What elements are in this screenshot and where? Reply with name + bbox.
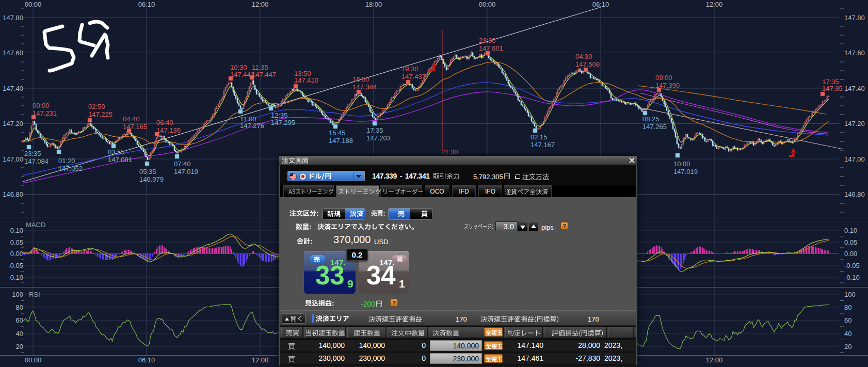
svg-text:MACD: MACD [26, 221, 45, 229]
svg-text:12:00: 12:00 [706, 1, 723, 8]
svg-text:40: 40 [844, 330, 851, 338]
svg-text:23:30: 23:30 [479, 37, 496, 44]
svg-text:147.276: 147.276 [240, 122, 264, 130]
svg-text:10:00: 10:00 [673, 160, 690, 168]
svg-text:02:50: 02:50 [88, 103, 105, 110]
svg-text:-0.10: -0.10 [8, 274, 23, 281]
svg-text:0.10: 0.10 [844, 227, 857, 234]
svg-text:11:35: 11:35 [252, 63, 268, 71]
svg-text:20: 20 [16, 343, 23, 350]
svg-text:06:10: 06:10 [138, 1, 155, 8]
svg-text:00:00: 00:00 [479, 1, 496, 8]
svg-text:04:30: 04:30 [575, 53, 592, 60]
svg-text:146.80: 146.80 [3, 190, 23, 198]
svg-text:147.410: 147.410 [294, 76, 318, 84]
svg-text:00:00: 00:00 [25, 356, 42, 364]
svg-text:04:40: 04:40 [123, 115, 140, 123]
svg-text:06:40: 06:40 [156, 119, 173, 126]
svg-text:147.019: 147.019 [673, 168, 698, 175]
svg-text:147.20: 147.20 [3, 120, 23, 127]
svg-text:06:10: 06:10 [592, 1, 609, 8]
svg-text:17:35: 17:35 [366, 126, 383, 134]
svg-text:147.601: 147.601 [479, 44, 503, 52]
svg-text:23:35: 23:35 [24, 150, 41, 157]
svg-text:147.084: 147.084 [24, 157, 49, 165]
svg-text:147.80: 147.80 [844, 14, 865, 22]
svg-text:40: 40 [16, 330, 23, 338]
svg-text:09:00: 09:00 [655, 74, 672, 82]
svg-text:RSI: RSI [29, 291, 40, 298]
svg-text:-0.05: -0.05 [8, 262, 23, 269]
svg-text:05:35: 05:35 [139, 168, 156, 175]
svg-text:-0.10: -0.10 [844, 274, 860, 281]
svg-text:147.437: 147.437 [401, 73, 426, 81]
svg-text:80: 80 [844, 304, 851, 311]
svg-text:147.390: 147.390 [655, 82, 680, 89]
svg-text:15:45: 15:45 [329, 129, 346, 137]
svg-text:20: 20 [844, 343, 851, 350]
svg-text:147.295: 147.295 [271, 119, 295, 126]
svg-text:19:30: 19:30 [401, 65, 419, 73]
svg-text:03:55: 03:55 [108, 148, 125, 156]
svg-text:146.979: 146.979 [139, 175, 164, 183]
svg-text:147.265: 147.265 [642, 123, 667, 131]
svg-text:147.80: 147.80 [3, 14, 23, 22]
svg-text:12:35: 12:35 [271, 111, 288, 119]
svg-text:146.80: 146.80 [844, 190, 865, 198]
svg-text:00:00: 00:00 [33, 102, 50, 109]
svg-text:80: 80 [16, 304, 23, 311]
svg-text:60: 60 [844, 316, 851, 324]
svg-text:16:50: 16:50 [352, 75, 369, 83]
svg-text:18:00: 18:00 [365, 1, 382, 8]
svg-text:12:00: 12:00 [706, 356, 723, 364]
svg-text:10:30: 10:30 [230, 63, 247, 71]
svg-text:-0.05: -0.05 [844, 262, 860, 269]
svg-text:147.60: 147.60 [844, 49, 865, 57]
svg-text:06:10: 06:10 [138, 356, 155, 364]
svg-text:12:00: 12:00 [252, 1, 269, 8]
svg-text:21:30: 21:30 [441, 148, 458, 156]
svg-text:147.60: 147.60 [3, 49, 23, 57]
svg-text:147.384: 147.384 [352, 83, 377, 91]
svg-text:147.40: 147.40 [844, 85, 865, 92]
svg-text:147.167: 147.167 [531, 141, 555, 149]
svg-text:147.20: 147.20 [844, 120, 865, 127]
svg-text:0.00: 0.00 [844, 250, 857, 258]
svg-text:147.35: 147.35 [822, 85, 843, 92]
svg-text:00:00: 00:00 [25, 1, 42, 8]
svg-text:0.05: 0.05 [844, 238, 857, 246]
svg-text:147.136: 147.136 [156, 126, 181, 134]
svg-text:147.188: 147.188 [329, 137, 353, 145]
svg-text:147.447: 147.447 [252, 71, 276, 78]
svg-text:0.05: 0.05 [10, 238, 23, 246]
svg-text:147.203: 147.203 [366, 134, 391, 142]
svg-text:147.00: 147.00 [3, 155, 23, 163]
svg-text:07:40: 07:40 [174, 160, 191, 168]
svg-text:60: 60 [16, 316, 23, 324]
svg-text:147.081: 147.081 [108, 156, 132, 164]
svg-text:147.019: 147.019 [174, 168, 198, 175]
svg-text:147.231: 147.231 [33, 109, 57, 117]
svg-text:147.40: 147.40 [3, 85, 23, 92]
svg-text:100: 100 [844, 291, 856, 298]
svg-text:147.165: 147.165 [123, 123, 147, 131]
svg-text:08:25: 08:25 [642, 115, 660, 123]
svg-text:147.508: 147.508 [575, 60, 600, 68]
svg-text:0.10: 0.10 [10, 227, 23, 234]
svg-text:147.052: 147.052 [58, 165, 83, 172]
svg-text:147.225: 147.225 [88, 110, 112, 118]
svg-text:02:15: 02:15 [531, 133, 548, 141]
svg-text:0.00: 0.00 [10, 250, 23, 258]
svg-text:100: 100 [12, 291, 23, 298]
svg-text:147.00: 147.00 [844, 155, 865, 163]
svg-text:12:00: 12:00 [252, 356, 269, 364]
svg-text:01:20: 01:20 [58, 157, 75, 165]
